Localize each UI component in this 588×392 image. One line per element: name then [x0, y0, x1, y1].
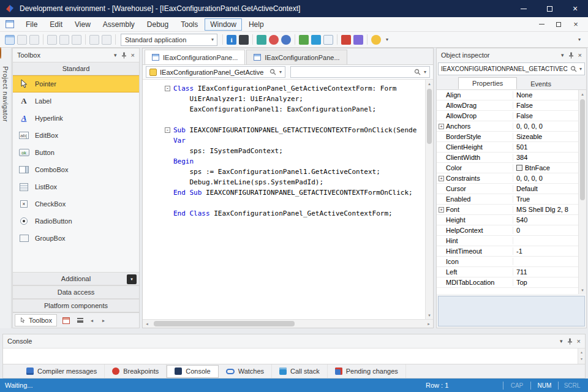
code-line[interactable]: Var	[143, 135, 425, 146]
toolbox-item-groupbox[interactable]: GroupBox	[13, 230, 139, 247]
property-row[interactable]: CursorDefault	[437, 184, 578, 194]
inspector-object-combobox[interactable]: IEAXCONFIGURATIONPANEL_GETACTIVEC ▾	[438, 62, 585, 75]
scroll-left-icon[interactable]: ◂	[87, 315, 97, 326]
menu-assembly[interactable]: Assembly	[97, 18, 140, 31]
toolbox-item-radiobutton[interactable]: RadioButton	[13, 213, 139, 230]
property-row[interactable]: ColorBtnFace	[437, 163, 578, 173]
print-icon[interactable]	[29, 35, 39, 45]
toolbox-category-data-access[interactable]: Data access	[13, 285, 139, 299]
open-form-icon[interactable]	[5, 35, 15, 45]
configuration-combobox[interactable]: Standard application▾	[121, 34, 217, 46]
member-combobox[interactable]: IEaxConfigurationPanel_GetActive ▾	[146, 66, 285, 78]
close-icon[interactable]: ×	[131, 51, 135, 59]
help-icon[interactable]	[371, 35, 381, 45]
chevron-down-icon[interactable]: ▾	[114, 52, 117, 58]
chevron-down-icon[interactable]: ▾	[424, 69, 426, 75]
save-icon[interactable]	[17, 35, 27, 45]
paste-icon[interactable]	[72, 35, 81, 45]
scroll-up-icon[interactable]: ▴	[426, 80, 433, 88]
code-line[interactable]: -Sub IEAXCONFIGURATIONPANEL_GETACTIVECON…	[143, 125, 425, 135]
filter-icon[interactable]	[353, 35, 363, 45]
web-service-icon[interactable]	[281, 35, 291, 45]
property-row[interactable]: HelpContext0	[437, 225, 578, 236]
menu-debug[interactable]: Debug	[141, 18, 174, 31]
property-row[interactable]: AllowDragFalse	[437, 100, 578, 111]
menu-help[interactable]: Help	[243, 18, 270, 31]
undo-icon[interactable]	[89, 35, 99, 45]
menu-tools[interactable]: Tools	[175, 18, 203, 31]
property-row[interactable]: Height540	[437, 215, 578, 225]
flag-icon[interactable]	[341, 35, 351, 45]
tab-forms[interactable]	[59, 314, 74, 326]
inspector-vertical-scrollbar[interactable]: ▴ ▾	[578, 90, 586, 294]
code-line[interactable]: UiErAnalyzer1: UiErAnalyzer;	[143, 94, 425, 104]
toolbox-item-editbox[interactable]: ab|EditBox	[13, 127, 139, 144]
property-value[interactable]: 0	[513, 227, 578, 234]
chevron-down-icon[interactable]: ▾	[127, 274, 137, 284]
property-value[interactable]: False	[513, 112, 578, 119]
property-row[interactable]: ClientHeight501	[437, 142, 578, 153]
tab-toolbox[interactable]: Toolbox	[15, 314, 57, 326]
property-row[interactable]: BorderStyleSizeable	[437, 132, 578, 142]
code-line[interactable]: Debug.WriteLine(sps.SystemPadId);	[143, 177, 425, 187]
scroll-up-icon[interactable]: ▴	[579, 90, 586, 98]
editor-search-input[interactable]: ▾	[290, 66, 430, 78]
scrollbar-thumb[interactable]	[580, 99, 585, 200]
property-value[interactable]: -1	[513, 247, 578, 255]
toolbox-category-additional[interactable]: Additional▾	[13, 272, 139, 285]
menu-edit[interactable]: Edit	[44, 18, 68, 31]
info-icon[interactable]: i	[227, 35, 236, 45]
code-line[interactable]: Begin	[143, 156, 425, 167]
property-row[interactable]: Left711	[437, 267, 578, 277]
breakpoints-toolbar-icon[interactable]	[269, 35, 279, 45]
tab-compiler-messages[interactable]: Compiler messages	[19, 364, 105, 378]
property-value[interactable]: Default	[513, 185, 578, 192]
console-icon[interactable]	[239, 35, 249, 45]
property-row[interactable]: Icon	[437, 257, 578, 267]
property-row[interactable]: AlignNone	[437, 90, 578, 100]
chevron-down-icon[interactable]: ▾	[561, 52, 564, 58]
toolbox-item-listbox[interactable]: ListBox	[13, 178, 139, 195]
console-output[interactable]: ▴ ▾	[3, 348, 585, 364]
cut-icon[interactable]	[47, 35, 57, 45]
scroll-left-icon[interactable]: ◂	[143, 320, 151, 328]
tab-properties[interactable]: Properties	[458, 77, 517, 89]
editor-horizontal-scrollbar[interactable]: ◂ ▸	[143, 319, 433, 328]
code-line[interactable]: sps := EaxConfigurationPanel1.GetActiveC…	[143, 167, 425, 177]
expand-icon[interactable]: +	[439, 207, 444, 213]
property-value[interactable]: Top	[513, 279, 578, 286]
expand-icon[interactable]: +	[439, 124, 444, 129]
code-line[interactable]: EaxConfigurationPanel1: EaxConfiguration…	[143, 104, 425, 115]
net-assembly-icon[interactable]	[311, 35, 321, 45]
minimize-button[interactable]	[511, 0, 537, 17]
property-row[interactable]: MDITabLocationTop	[437, 277, 578, 288]
toolbox-category-standard[interactable]: Standard	[13, 62, 139, 75]
mdi-minimize-button[interactable]	[533, 18, 550, 31]
document-tab-2[interactable]: IEaxConfigurationPane...	[246, 50, 347, 64]
pin-icon[interactable]	[121, 52, 127, 59]
copy-icon[interactable]	[59, 35, 69, 45]
mdi-close-button[interactable]: ×	[567, 18, 584, 31]
expand-icon[interactable]: +	[439, 176, 444, 181]
property-row[interactable]: HintTimeout-1	[437, 246, 578, 257]
mdi-restore-button[interactable]	[550, 18, 567, 31]
property-row[interactable]: Hint	[437, 236, 578, 246]
toolbox-item-hyperlink[interactable]: AHyperlink	[13, 110, 139, 127]
document-tab-1[interactable]: IEaxConfigurationPane...	[145, 50, 245, 64]
redo-icon[interactable]	[102, 35, 111, 45]
property-value[interactable]: 0, 0, 0, 0	[513, 123, 578, 130]
scroll-right-icon[interactable]: ▸	[424, 320, 433, 328]
menu-window[interactable]: Window	[205, 18, 242, 31]
code-line[interactable]	[143, 198, 425, 208]
tab-console[interactable]: Console	[167, 365, 218, 378]
property-value[interactable]: 0, 0, 0, 0	[513, 175, 578, 182]
property-value[interactable]: True	[513, 195, 578, 203]
tab-pending-changes[interactable]: Pending changes	[328, 364, 406, 378]
property-row[interactable]: EnabledTrue	[437, 194, 578, 205]
pin-icon[interactable]	[567, 338, 573, 345]
code-line[interactable]	[143, 115, 425, 125]
property-value[interactable]: 384	[513, 154, 578, 161]
code-line[interactable]: End Class IEaxConfigurationPanel_GetActi…	[143, 208, 425, 219]
toolbox-item-button[interactable]: okButton	[13, 144, 139, 161]
tab-watches[interactable]: Watches	[219, 364, 272, 378]
